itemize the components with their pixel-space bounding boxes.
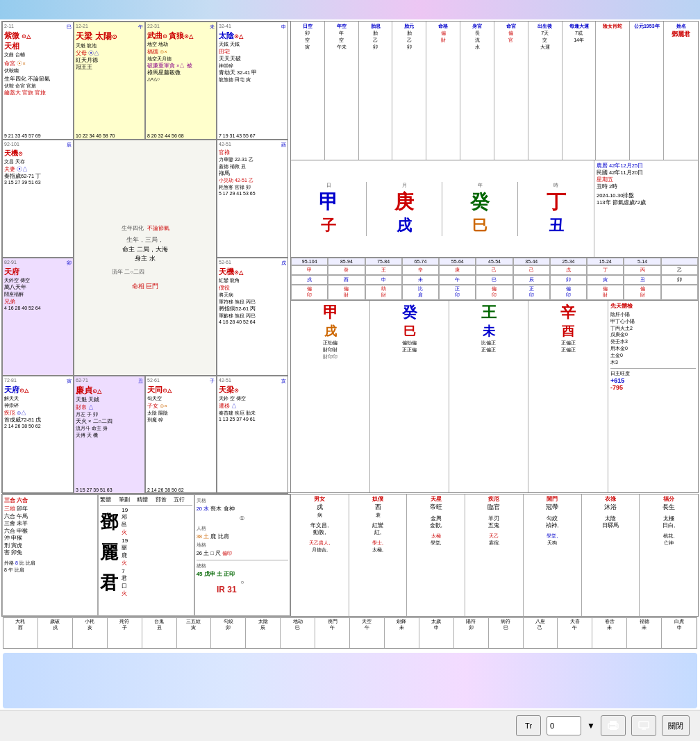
- col-taiyuan: 胎元 胎乙卯: [392, 22, 426, 160]
- lr-text1-qianmen: 勾絞: [524, 515, 581, 522]
- branch-25: 卯: [550, 275, 587, 285]
- palace-si-content: 紫微 ⊙△ 天相 文曲 台輔 命宮 ☉× 伏鞍幽 生年四化 不論節氣 伏鞍 命宮…: [4, 31, 72, 97]
- jun-radical: 口: [122, 582, 127, 590]
- pillar-shi: 時 丁 丑: [518, 182, 594, 236]
- cell1-wuge: 外格 8 比 比肩 8 午 比肩: [4, 560, 96, 574]
- jun-simp: 君: [122, 574, 127, 582]
- col-niankong-val: 年空午未: [326, 30, 358, 51]
- big-char-col4: 辛 酉 正偏正 正偏正: [528, 301, 608, 492]
- decade-range-si: 2-11: [4, 24, 14, 31]
- lr-text2-fufen: 日白,: [640, 522, 697, 529]
- palace-chou-content: 廉貞⊙△ 天魁 天鉞 財帛 △ 月左 子 卯 天火 × 二○二四 流月斗 命主 …: [76, 385, 143, 439]
- palace-wei-header: 22-31 未: [147, 24, 215, 31]
- health-items: 陰肝小陽 甲丁心小陽 丁丙火土2 戊庚金0 癸壬水3 用木金0 土金0 木3: [610, 311, 696, 365]
- close-button[interactable]: 關閉: [662, 715, 690, 736]
- pillar-ri-stem: 甲: [291, 189, 366, 215]
- bstar-12: 劍鋒未: [385, 618, 419, 648]
- palace-you-decade3: 祿馬: [219, 170, 286, 177]
- branch-65: 未: [402, 275, 439, 285]
- decade-label-empty: [661, 258, 698, 265]
- decade-flow-section: 95-104 85-94 75-84 65-74 55-64 45-54 35-…: [291, 258, 698, 300]
- dayun-label: 日主旺度: [610, 370, 696, 377]
- star-juji: 廉貞⊙△: [76, 385, 143, 397]
- health-item-4: 戊庚金0: [610, 331, 696, 338]
- decade-range-35: 35-44: [513, 258, 550, 265]
- center-dasea-label: 命主 二局，大海: [122, 245, 168, 255]
- star-tianji: 天機⊙: [4, 149, 72, 158]
- health-item-8: 木3: [610, 359, 696, 366]
- center-label-buluonjieqi: 不論節氣: [147, 224, 169, 233]
- palace-shen-note: 天天天破: [219, 56, 286, 63]
- name-row-jun: 君 7 君 口 火: [100, 568, 192, 597]
- lr-text2-jie: 五鬼: [466, 522, 522, 529]
- wuge-row2: 8 午 比肩: [4, 567, 96, 574]
- palace-wu-footer: 10 22 34 46 58 70: [76, 133, 143, 138]
- palace-name-hai: 遷移 △: [219, 402, 286, 410]
- palace-si-header: 2-11 巳: [4, 24, 72, 31]
- palace-mao-content: 天府 天鈐空 傳空 萬八天年 閒座福解 兄弟 4 16 28 40 52 64: [4, 267, 72, 310]
- branch-5: 丑: [624, 275, 660, 285]
- col-xingming-header: 姓名: [665, 23, 697, 30]
- bottom-toolbar: Tr ▼ 關閉: [0, 710, 700, 741]
- font-button[interactable]: Tr: [516, 715, 541, 736]
- earthly-si: 巳: [67, 24, 72, 31]
- lr-state-nannv: 病: [292, 512, 348, 519]
- decade-range-25: 25-34: [550, 258, 587, 265]
- palace-mao-header: 82-91 卯: [4, 260, 72, 267]
- jun-strokes: 7: [122, 568, 127, 574]
- print-button[interactable]: [601, 715, 626, 736]
- palace-zi: 52-61 子 天同⊙△ 旬天空 子女 ⊙× 太陰 陽陰 刑魔 碎 2 14 2…: [145, 376, 217, 494]
- col-taiyuan-val: 胎乙卯: [393, 30, 425, 51]
- palace-chen-aux: 文昌 天存: [4, 158, 72, 165]
- lower-cell-1: 三合 六合 三雄 卯年 六合 午馬 三會 未羊 六合 申猴 沖 申猴 刑 寅虎 …: [2, 494, 98, 616]
- lr-star2-tianxing: 學堂,: [408, 540, 464, 547]
- col-taixi: 胎息 胎乙卯: [359, 22, 393, 160]
- lr-text2-nupei: 紅,: [350, 529, 406, 536]
- monitor-button[interactable]: [631, 715, 656, 736]
- center-four-pillars: 流年 二○二四: [112, 268, 178, 276]
- center-mandate-info: 命相 巨門: [112, 282, 178, 292]
- main-page: 2-11 巳 紫微 ⊙△ 天相 文曲 台輔 命宮 ☉× 伏鞍幽 生年四化 不論節…: [0, 0, 700, 741]
- decade-stars-chou: 3 15 27 39 51 63: [76, 488, 112, 492]
- star-tianxiang: 天相: [4, 41, 72, 51]
- palace-zi-note: 太陰 陽陰: [147, 410, 215, 417]
- char-jun: 君: [100, 571, 118, 595]
- lr-state-nupei: 衰: [350, 512, 406, 519]
- earthly-yin: 寅: [67, 378, 72, 385]
- palace-chen-note: 秦指歲62-71 丁: [4, 173, 72, 180]
- palace-chou: 62-71 丑 廉貞⊙△ 天魁 天鉞 財帛 △ 月左 子 卯 天火 × 二○二四…: [74, 376, 145, 494]
- palace-name-wu: 父母 ☉△: [76, 49, 143, 57]
- star-tianfu-yin: 天府⊙△: [4, 385, 72, 395]
- cell1-row5: 沖 申猴: [4, 535, 96, 542]
- decade-range-yin: 72-81: [4, 378, 17, 385]
- earthly-chou: 丑: [138, 378, 143, 385]
- col-taiyuan-header: 胎元: [393, 23, 425, 30]
- wuge-row1: 外格 8 比 比肩: [4, 560, 96, 567]
- branch-75: 申: [365, 275, 402, 285]
- palace-shen-header: 32-41 申: [219, 24, 286, 31]
- earthly-xu: 戌: [281, 260, 286, 267]
- big-char-ding: 王: [451, 302, 526, 323]
- decade-big-chars: 甲 戌 正劫偏 財印財 財印印 癸 巳 偏劫偏 正正偏: [291, 301, 608, 492]
- bstar-2: 歲破戌: [38, 618, 73, 648]
- lr-val-fufen: 長生: [640, 503, 697, 512]
- palace-shen-content: 太陰⊙△ 天鉞 天鉞 田宅 天天天破 神崇碎 青劫天 32-41 甲 龍煞德 田…: [219, 31, 286, 83]
- bstar-13: 太歲申: [419, 618, 454, 648]
- big-char-col1-txt3: 財印印: [292, 353, 368, 360]
- palace-wei-content: 武曲⊙ 貪狼⊙△ 地空 地劫 福德 ⊙× 地空天月德 破廉重軍貪 ×△ 被 祿馬…: [147, 31, 215, 82]
- decade-range-wu: 12-21: [76, 24, 88, 31]
- large-char-section: 甲 戌 正劫偏 財印財 財印印 癸 巳 偏劫偏 正正偏: [291, 300, 698, 492]
- center-info-box: 生年四化 不論節氣 生年，三局， 命主 二局，大海 身主 水 流年 二○二四: [74, 140, 217, 376]
- health-title: 先天體檢: [610, 303, 696, 310]
- palace-mao-note: 萬八天年: [4, 284, 72, 291]
- stem-45: 己: [476, 265, 512, 275]
- cell1-row3: 三會 未羊: [4, 520, 96, 528]
- palace-name-si: 命宮 ☉×: [4, 60, 72, 67]
- size-dropdown-icon[interactable]: ▼: [587, 721, 595, 731]
- center-command-txt: 命相 巨門: [112, 282, 178, 292]
- palace-chen: 92-101 辰 天機⊙ 文昌 天存 夫妻 ☉△ 秦指歲62-71 丁 3 15…: [2, 140, 74, 258]
- palace-wei-note: 地空天月德: [147, 56, 215, 63]
- size-input[interactable]: [547, 716, 581, 735]
- info-panel: 日空 卯空寅 年空 年空午未 胎息 胎乙卯 胎元 胎乙卯: [290, 22, 698, 492]
- pillar-shi-branch: 丑: [518, 215, 594, 236]
